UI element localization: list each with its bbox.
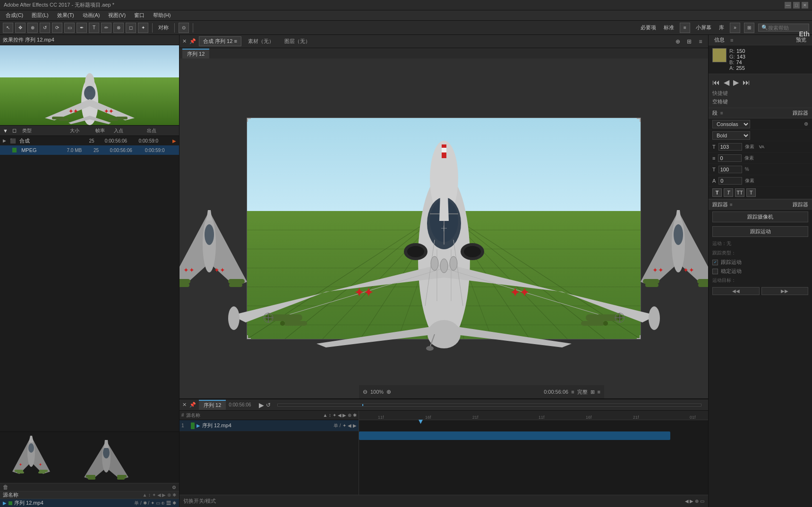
comp-ctrl-grid[interactable]: ⊞ [684, 37, 694, 46]
viewer-more-icon[interactable]: ≡ [598, 389, 600, 395]
window-controls: — □ ✕ [785, 2, 808, 8]
settings-icon[interactable]: ⚙ [172, 485, 176, 490]
style-subscript[interactable]: T [746, 188, 756, 197]
project-icons-area: ✦ ✦ [0, 432, 179, 483]
search-input[interactable] [768, 25, 806, 31]
workspace-menu[interactable]: ≡ [680, 23, 690, 33]
cb-motion-1[interactable]: ✓ [712, 260, 718, 265]
tl-close[interactable]: ✕ [182, 402, 187, 408]
tracker-menu-icon[interactable]: ≡ [730, 202, 733, 207]
minimize-button[interactable]: — [785, 2, 791, 8]
comp-tab[interactable]: 合成 序列 12 ≡ [199, 36, 241, 46]
analyze-back-btn[interactable]: ◀◀ [712, 287, 760, 295]
center-panel: ✕ 📌 合成 序列 12 ≡ 素材（无） 图层（无） ⊕ ⊞ ≡ 序列 12 [179, 35, 708, 507]
comp-ctrl-magnify[interactable]: ⊕ [673, 37, 683, 46]
viewer-zoom-in[interactable]: ⊕ [386, 389, 391, 395]
tl-comp-tab[interactable]: 序列 12 [199, 400, 226, 410]
preview-prev-btn[interactable]: ◀ [724, 78, 729, 87]
comp-fps: 25 [89, 138, 101, 144]
toolbar-preview-toggle[interactable]: ⊙ [179, 23, 189, 33]
viewer-zoom-out[interactable]: ⊖ [363, 389, 368, 395]
toolbar-mask[interactable]: ▭ [64, 23, 75, 33]
leading-unit: 像素 [744, 155, 754, 161]
toolbar-puppet[interactable]: ✦ [138, 23, 148, 33]
menu-effects[interactable]: 效果(T) [53, 11, 78, 20]
ruler-21f-2: 21f [633, 415, 639, 420]
toolbar-cam-orbit[interactable]: ⟳ [52, 23, 62, 33]
font-family-select[interactable]: Consolas [712, 120, 750, 128]
toolbar-pen[interactable]: ✒ [77, 23, 87, 33]
menu-layer[interactable]: 图层(L) [28, 11, 52, 20]
right-tab-menu[interactable]: ≡ [727, 37, 736, 43]
toolbar-stamp[interactable]: ⊗ [113, 23, 124, 33]
toolbar-rotate[interactable]: ↺ [40, 23, 50, 33]
layer-solo-icon: ▶ [197, 423, 200, 428]
track-type-label: 跟踪类型： [712, 250, 741, 256]
font-more-icon[interactable]: ⊕ [804, 121, 808, 127]
comp-viewer[interactable]: ✦✦ ✦✦ [179, 59, 708, 398]
seq-tab[interactable]: 序列 12 [182, 49, 209, 59]
color-a-row: A: 255 [729, 65, 751, 71]
toolbar-brush[interactable]: ✏ [101, 23, 111, 33]
comp-pin-icon[interactable]: 📌 [189, 38, 196, 44]
layer-row-1[interactable]: 1 ▶ 序列 12.mp4 单 / ✦ ◀ ▶ [179, 420, 359, 431]
font-size-unit: 像素 [745, 144, 754, 150]
leading-input[interactable] [718, 154, 742, 162]
track-motion-btn[interactable]: 跟踪运动 [712, 226, 808, 237]
style-all-caps[interactable]: TT [735, 188, 744, 197]
cb-motion-2[interactable] [712, 269, 718, 274]
tl-switch-mode[interactable]: 切换开关/模式 [183, 498, 216, 505]
menu-view[interactable]: 视图(V) [104, 11, 129, 20]
menu-compose[interactable]: 合成(C) [2, 11, 27, 20]
comp-ctrl-more[interactable]: ≡ [696, 37, 705, 46]
toolbar-viewer-toggle[interactable]: ⊞ [744, 23, 754, 33]
file-row-comp[interactable]: ▶ ⬛ 合成 25 0:00:56:06 0:00:59:0 ▶ [0, 136, 179, 145]
analysis-btns: ◀◀ ▶▶ [709, 285, 812, 297]
center-h [441, 228, 447, 228]
preview-next-btn[interactable]: ▶ [733, 78, 739, 87]
font-size-input[interactable] [718, 143, 742, 151]
track-camera-btn[interactable]: 跟踪摄像机 [712, 211, 808, 222]
style-italic[interactable]: T [724, 188, 733, 197]
toolbar-select[interactable]: ↖ [3, 23, 13, 33]
file-row-mpeg[interactable]: MPEG 7.0 MB 25 0:00:56:06 0:00:59:0 [0, 145, 179, 155]
analyze-fwd-btn[interactable]: ▶▶ [761, 287, 809, 295]
scale-input[interactable] [718, 166, 742, 173]
workspace-more[interactable]: » [730, 23, 740, 33]
tl-lock[interactable]: 📌 [189, 402, 196, 408]
style-bold[interactable]: T [712, 188, 722, 197]
toolbar-zoom[interactable]: ⊕ [27, 23, 38, 33]
tl-play-btn[interactable]: ▶ [259, 401, 264, 409]
tl-progress-bar[interactable] [277, 404, 701, 406]
ruler-16f-1: 16f [425, 415, 431, 420]
comp-close-icon[interactable]: ✕ [182, 38, 187, 44]
viewer-grid-icon[interactable]: ⊞ [590, 389, 595, 395]
font-style-select[interactable]: Bold [712, 131, 750, 140]
maximize-button[interactable]: □ [793, 2, 800, 8]
source-row[interactable]: ▶ 序列 12.mp4 单 / ✱ / ✦ ▭ ⊕ ☰ ✱ [0, 499, 179, 507]
preview-last-btn[interactable]: ⏭ [743, 78, 750, 87]
font-style-buttons-row: T T TT T [709, 186, 812, 199]
menu-help[interactable]: 帮助(H) [149, 11, 174, 20]
left-jet-2 [76, 439, 123, 476]
col-expand-icon: ▼ [3, 128, 9, 134]
color-r-label: R: [729, 48, 735, 54]
info-tab[interactable]: 信息 [711, 36, 727, 43]
preview-controls-row: ⏮ ◀ ▶ ⏭ [712, 76, 808, 89]
left-jet-svg-1: ✦ ✦ [3, 434, 60, 476]
viewer-info: 0:00:56:06 [544, 389, 568, 395]
tl-loop-btn[interactable]: ↺ [266, 402, 271, 408]
preview-first-btn[interactable]: ⏮ [712, 78, 720, 87]
track-bar-1[interactable] [359, 431, 670, 440]
baseline-input[interactable] [718, 177, 742, 185]
menu-window[interactable]: 窗口 [130, 11, 148, 20]
toolbar-hand[interactable]: ✥ [15, 23, 26, 33]
char-header-menu[interactable]: ≡ [720, 110, 723, 116]
svg-rect-29 [117, 477, 125, 480]
close-button[interactable]: ✕ [802, 2, 808, 8]
menu-animation[interactable]: 动画(A) [79, 11, 104, 20]
color-a-val: 255 [736, 65, 750, 71]
trash-icon[interactable]: 🗑 [3, 484, 9, 490]
toolbar-eraser[interactable]: ◻ [126, 23, 136, 33]
toolbar-text[interactable]: T [89, 23, 99, 33]
